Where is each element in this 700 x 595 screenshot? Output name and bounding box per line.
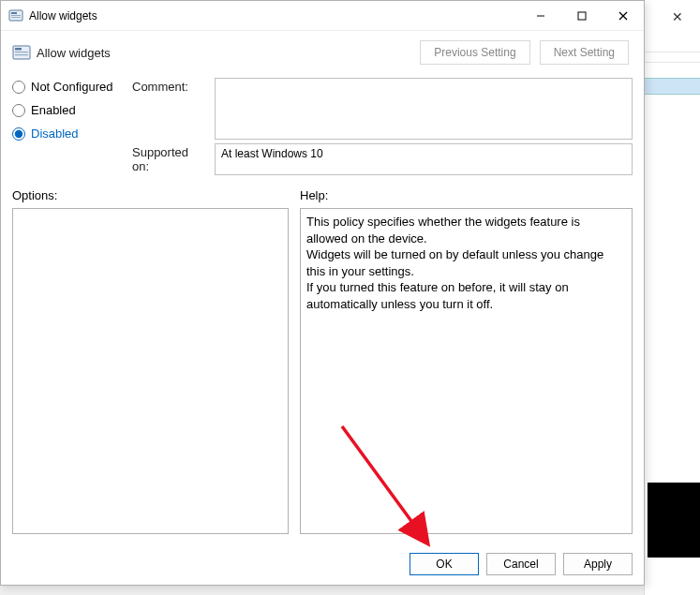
- policy-dialog: Allow widgets Allow widgets Previous Set: [0, 0, 645, 586]
- cancel-button[interactable]: Cancel: [486, 553, 556, 575]
- dialog-button-row: OK Cancel Apply: [1, 543, 644, 585]
- svg-rect-10: [15, 52, 28, 52]
- supported-on-value: At least Windows 10: [215, 143, 633, 175]
- radio-enabled-input[interactable]: [12, 104, 25, 117]
- policy-icon: [8, 8, 23, 23]
- help-panel[interactable]: This policy specifies whether the widget…: [300, 208, 633, 534]
- titlebar[interactable]: Allow widgets: [1, 1, 644, 31]
- radio-label: Disabled: [31, 126, 79, 141]
- close-button[interactable]: [603, 2, 644, 30]
- supported-on-label: Supported on:: [132, 143, 207, 175]
- help-text-line: This policy specifies whether the widget…: [306, 214, 615, 246]
- previous-setting-button[interactable]: Previous Setting: [420, 40, 529, 65]
- radio-enabled[interactable]: Enabled: [12, 103, 125, 117]
- window-title: Allow widgets: [29, 9, 520, 22]
- maximize-button[interactable]: [561, 2, 603, 30]
- svg-rect-2: [11, 15, 21, 16]
- policy-icon: [12, 43, 31, 62]
- svg-rect-5: [578, 12, 586, 20]
- parent-window-strip: ✕: [644, 0, 700, 595]
- radio-label: Not Configured: [31, 80, 112, 94]
- radio-label: Enabled: [31, 103, 76, 117]
- comment-input[interactable]: [215, 78, 633, 140]
- minimize-button[interactable]: [520, 2, 561, 30]
- svg-rect-1: [11, 12, 17, 14]
- comment-label: Comment:: [132, 78, 207, 140]
- policy-title: Allow widgets: [37, 46, 420, 60]
- radio-not-configured[interactable]: Not Configured: [12, 80, 125, 94]
- help-text-line: If you turned this feature on before, it…: [306, 279, 615, 312]
- radio-disabled-input[interactable]: [12, 127, 25, 141]
- svg-rect-9: [15, 48, 22, 51]
- svg-rect-3: [11, 17, 21, 18]
- radio-not-configured-input[interactable]: [12, 81, 25, 94]
- help-text-line: Widgets will be turned on by default unl…: [306, 246, 615, 279]
- next-setting-button[interactable]: Next Setting: [540, 40, 629, 65]
- options-label: Options:: [12, 188, 289, 202]
- ok-button[interactable]: OK: [410, 553, 479, 575]
- svg-rect-11: [15, 54, 28, 55]
- options-panel[interactable]: [12, 208, 289, 534]
- radio-disabled[interactable]: Disabled: [12, 126, 125, 141]
- apply-button[interactable]: Apply: [563, 553, 633, 575]
- parent-close-icon[interactable]: ✕: [672, 9, 683, 24]
- help-label: Help:: [300, 188, 633, 202]
